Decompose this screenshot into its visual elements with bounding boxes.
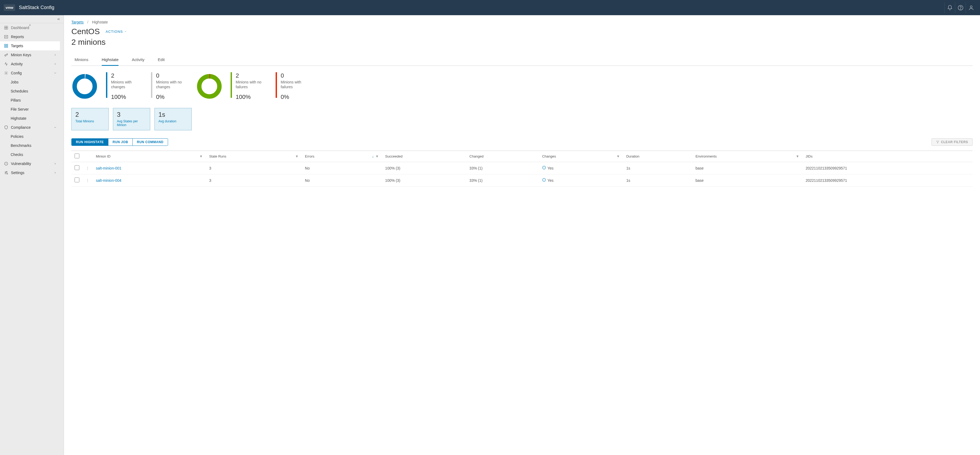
sidebar-label: Config xyxy=(11,71,54,75)
sidebar-sub-benchmarks[interactable]: Benchmarks xyxy=(0,141,60,150)
sidebar-item-minion-keys[interactable]: Minion Keys xyxy=(0,50,60,59)
sidebar: ▲ Dashboard Reports Targets Minion Keys … xyxy=(0,15,64,455)
table-row: ⋮ salt-minion-004 3 No 100% (3) 33% (1) … xyxy=(72,174,972,187)
svg-rect-8 xyxy=(5,44,6,46)
row-menu-icon[interactable]: ⋮ xyxy=(86,178,89,183)
svg-rect-4 xyxy=(6,26,8,27)
run-highstate-button[interactable]: RUN HIGHSTATE xyxy=(72,139,108,145)
sidebar-sub-schedules[interactable]: Schedules xyxy=(0,87,60,96)
reports-icon xyxy=(3,35,9,39)
svg-point-20 xyxy=(199,76,220,96)
stat-no-changes: 0 Minions with no changes 0% xyxy=(151,72,188,101)
card-avg-duration[interactable]: 1s Avg duration xyxy=(154,108,192,130)
svg-rect-3 xyxy=(5,26,6,27)
row-menu-icon[interactable]: ⋮ xyxy=(86,166,89,170)
row-checkbox[interactable] xyxy=(75,177,80,182)
sidebar-label: Reports xyxy=(11,35,57,39)
sidebar-item-config[interactable]: Config xyxy=(0,69,60,78)
stat-failures: 0 Minions with failures 0% xyxy=(275,72,313,101)
sidebar-sub-pillars[interactable]: Pillars xyxy=(0,96,60,105)
filter-icon[interactable]: ▼ xyxy=(375,154,379,158)
sidebar-item-dashboard[interactable]: Dashboard xyxy=(0,23,60,32)
sidebar-sub-jobs[interactable]: Jobs xyxy=(0,78,60,87)
svg-point-13 xyxy=(6,72,7,73)
app-title: SaltStack Config xyxy=(19,5,54,10)
svg-rect-9 xyxy=(6,44,8,46)
settings-icon xyxy=(3,171,9,175)
info-icon[interactable] xyxy=(542,178,546,182)
filter-icon[interactable]: ▼ xyxy=(199,154,203,158)
tab-activity[interactable]: Activity xyxy=(132,55,145,65)
minion-id-link[interactable]: salt-minion-004 xyxy=(96,178,121,183)
chevron-right-icon xyxy=(54,171,57,174)
sidebar-sub-highstate[interactable]: Highstate xyxy=(0,114,60,123)
card-total-minions[interactable]: 2 Total Minions xyxy=(72,108,109,130)
breadcrumb: Targets / Highstate xyxy=(72,20,972,24)
cell-state-runs: 3 xyxy=(206,174,302,187)
targets-icon xyxy=(3,44,9,48)
svg-rect-10 xyxy=(5,46,6,48)
svg-rect-11 xyxy=(6,46,8,48)
help-icon[interactable] xyxy=(955,2,966,13)
select-all-checkbox[interactable] xyxy=(75,153,80,158)
topbar: vmw SaltStack Config xyxy=(0,0,980,15)
run-job-button[interactable]: RUN JOB xyxy=(108,139,132,145)
cell-state-runs: 3 xyxy=(206,162,302,174)
filter-icon[interactable]: ▼ xyxy=(616,154,620,158)
filter-icon[interactable]: ▼ xyxy=(295,154,299,158)
cell-changes: Yes xyxy=(539,162,623,174)
svg-point-16 xyxy=(5,172,6,173)
breadcrumb-root[interactable]: Targets xyxy=(72,20,84,24)
cell-duration: 1s xyxy=(623,162,692,174)
sort-down-icon[interactable]: ↓ xyxy=(372,154,374,158)
sidebar-sub-file-server[interactable]: File Server xyxy=(0,105,60,114)
sidebar-item-reports[interactable]: Reports xyxy=(0,32,60,42)
sidebar-item-settings[interactable]: Settings xyxy=(0,168,60,177)
chevron-down-icon xyxy=(54,72,57,75)
filter-icon[interactable]: ▼ xyxy=(796,154,799,158)
run-command-button[interactable]: RUN COMMAND xyxy=(132,139,168,145)
chevron-down-icon xyxy=(54,126,57,129)
notifications-icon[interactable] xyxy=(944,2,955,13)
tabs: Minions Highstate Activity Edit xyxy=(72,55,972,66)
card-avg-states[interactable]: 3 Avg States per Minion xyxy=(113,108,150,130)
svg-point-17 xyxy=(7,174,8,174)
cell-environments: base xyxy=(692,162,803,174)
sidebar-label: Settings xyxy=(11,171,54,175)
sidebar-sub-policies[interactable]: Policies xyxy=(0,132,60,141)
row-checkbox[interactable] xyxy=(75,165,80,170)
cell-changed: 33% (1) xyxy=(466,162,539,174)
table-row: ⋮ salt-minion-001 3 No 100% (3) 33% (1) … xyxy=(72,162,972,174)
cell-jids: 20221102133509929571 xyxy=(802,162,972,174)
breadcrumb-current: Highstate xyxy=(92,20,108,24)
sidebar-item-targets[interactable]: Targets xyxy=(0,42,60,50)
chevron-right-icon xyxy=(54,62,57,65)
tab-highstate[interactable]: Highstate xyxy=(102,55,119,66)
svg-rect-5 xyxy=(5,28,6,29)
tab-minions[interactable]: Minions xyxy=(75,55,88,65)
info-icon[interactable] xyxy=(542,166,546,169)
button-group: RUN HIGHSTATE RUN JOB RUN COMMAND xyxy=(72,138,168,146)
sidebar-item-compliance[interactable]: Compliance xyxy=(0,123,60,132)
stat-changes: 2 Minions with changes 100% xyxy=(106,72,143,101)
user-icon[interactable] xyxy=(966,2,976,13)
vmw-logo: vmw xyxy=(4,4,15,11)
svg-point-2 xyxy=(970,6,972,8)
actions-dropdown[interactable]: ACTIONS xyxy=(106,30,127,34)
sidebar-item-vulnerability[interactable]: Vulnerability xyxy=(0,159,60,168)
keys-icon xyxy=(3,53,9,57)
changes-donut-chart xyxy=(72,73,98,100)
sidebar-item-activity[interactable]: Activity xyxy=(0,59,60,69)
sidebar-sub-checks[interactable]: Checks xyxy=(0,150,60,159)
clear-filters-button[interactable]: CLEAR FILTERS xyxy=(932,138,972,146)
collapse-sidebar-icon[interactable] xyxy=(57,18,60,21)
activity-icon xyxy=(3,62,9,66)
cell-changed: 33% (1) xyxy=(466,174,539,187)
minion-id-link[interactable]: salt-minion-001 xyxy=(96,166,121,170)
dashboard-icon xyxy=(3,26,9,30)
main-content: Targets / Highstate CentOS ACTIONS 2 min… xyxy=(64,15,980,455)
tab-edit[interactable]: Edit xyxy=(158,55,165,65)
minion-count: 2 minions xyxy=(72,38,972,47)
svg-rect-6 xyxy=(6,28,8,29)
cell-environments: base xyxy=(692,174,803,187)
